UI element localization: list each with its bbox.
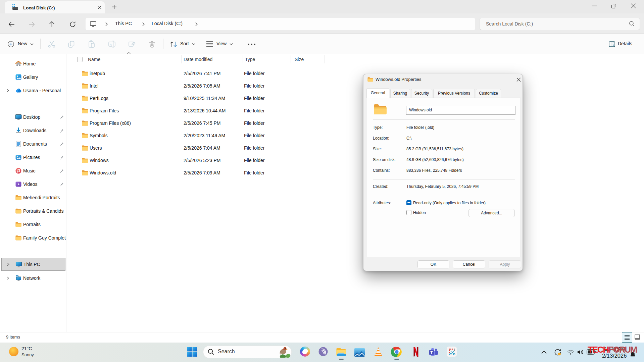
svg-text:A: A — [110, 43, 112, 46]
